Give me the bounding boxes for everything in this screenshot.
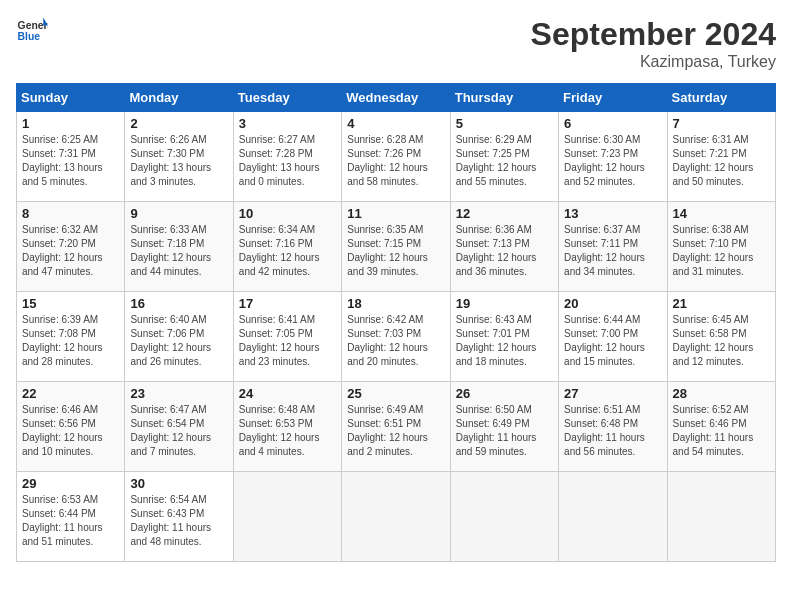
calendar-cell: 19 Sunrise: 6:43 AMSunset: 7:01 PMDaylig… [450, 292, 558, 382]
day-number: 3 [239, 116, 336, 131]
day-info: Sunrise: 6:34 AMSunset: 7:16 PMDaylight:… [239, 224, 320, 277]
day-info: Sunrise: 6:29 AMSunset: 7:25 PMDaylight:… [456, 134, 537, 187]
calendar-cell [233, 472, 341, 562]
day-info: Sunrise: 6:39 AMSunset: 7:08 PMDaylight:… [22, 314, 103, 367]
day-info: Sunrise: 6:54 AMSunset: 6:43 PMDaylight:… [130, 494, 211, 547]
calendar-cell: 27 Sunrise: 6:51 AMSunset: 6:48 PMDaylig… [559, 382, 667, 472]
day-info: Sunrise: 6:32 AMSunset: 7:20 PMDaylight:… [22, 224, 103, 277]
day-info: Sunrise: 6:36 AMSunset: 7:13 PMDaylight:… [456, 224, 537, 277]
calendar-cell: 6 Sunrise: 6:30 AMSunset: 7:23 PMDayligh… [559, 112, 667, 202]
svg-text:Blue: Blue [18, 31, 41, 42]
day-number: 11 [347, 206, 444, 221]
calendar-cell: 22 Sunrise: 6:46 AMSunset: 6:56 PMDaylig… [17, 382, 125, 472]
calendar-cell [450, 472, 558, 562]
calendar-cell: 11 Sunrise: 6:35 AMSunset: 7:15 PMDaylig… [342, 202, 450, 292]
day-info: Sunrise: 6:25 AMSunset: 7:31 PMDaylight:… [22, 134, 103, 187]
day-number: 12 [456, 206, 553, 221]
day-number: 19 [456, 296, 553, 311]
calendar-cell: 3 Sunrise: 6:27 AMSunset: 7:28 PMDayligh… [233, 112, 341, 202]
day-number: 17 [239, 296, 336, 311]
weekday-header-sunday: Sunday [17, 84, 125, 112]
day-info: Sunrise: 6:44 AMSunset: 7:00 PMDaylight:… [564, 314, 645, 367]
day-info: Sunrise: 6:49 AMSunset: 6:51 PMDaylight:… [347, 404, 428, 457]
weekday-header-thursday: Thursday [450, 84, 558, 112]
day-info: Sunrise: 6:26 AMSunset: 7:30 PMDaylight:… [130, 134, 211, 187]
day-number: 10 [239, 206, 336, 221]
day-info: Sunrise: 6:47 AMSunset: 6:54 PMDaylight:… [130, 404, 211, 457]
day-number: 2 [130, 116, 227, 131]
month-title: September 2024 [531, 16, 776, 53]
day-info: Sunrise: 6:53 AMSunset: 6:44 PMDaylight:… [22, 494, 103, 547]
calendar-cell: 5 Sunrise: 6:29 AMSunset: 7:25 PMDayligh… [450, 112, 558, 202]
day-number: 1 [22, 116, 119, 131]
day-info: Sunrise: 6:40 AMSunset: 7:06 PMDaylight:… [130, 314, 211, 367]
calendar-cell: 24 Sunrise: 6:48 AMSunset: 6:53 PMDaylig… [233, 382, 341, 472]
day-info: Sunrise: 6:50 AMSunset: 6:49 PMDaylight:… [456, 404, 537, 457]
day-number: 23 [130, 386, 227, 401]
calendar-cell: 30 Sunrise: 6:54 AMSunset: 6:43 PMDaylig… [125, 472, 233, 562]
calendar-cell [667, 472, 775, 562]
day-number: 26 [456, 386, 553, 401]
day-number: 18 [347, 296, 444, 311]
day-info: Sunrise: 6:35 AMSunset: 7:15 PMDaylight:… [347, 224, 428, 277]
day-info: Sunrise: 6:42 AMSunset: 7:03 PMDaylight:… [347, 314, 428, 367]
day-info: Sunrise: 6:37 AMSunset: 7:11 PMDaylight:… [564, 224, 645, 277]
calendar-cell: 21 Sunrise: 6:45 AMSunset: 6:58 PMDaylig… [667, 292, 775, 382]
day-number: 6 [564, 116, 661, 131]
day-info: Sunrise: 6:41 AMSunset: 7:05 PMDaylight:… [239, 314, 320, 367]
title-block: September 2024 Kazimpasa, Turkey [531, 16, 776, 71]
day-number: 7 [673, 116, 770, 131]
weekday-header-tuesday: Tuesday [233, 84, 341, 112]
day-number: 29 [22, 476, 119, 491]
calendar-cell [559, 472, 667, 562]
day-number: 24 [239, 386, 336, 401]
calendar-cell: 26 Sunrise: 6:50 AMSunset: 6:49 PMDaylig… [450, 382, 558, 472]
header: General Blue September 2024 Kazimpasa, T… [16, 16, 776, 71]
weekday-header-monday: Monday [125, 84, 233, 112]
calendar-cell: 16 Sunrise: 6:40 AMSunset: 7:06 PMDaylig… [125, 292, 233, 382]
calendar-cell: 9 Sunrise: 6:33 AMSunset: 7:18 PMDayligh… [125, 202, 233, 292]
day-info: Sunrise: 6:46 AMSunset: 6:56 PMDaylight:… [22, 404, 103, 457]
calendar-cell: 10 Sunrise: 6:34 AMSunset: 7:16 PMDaylig… [233, 202, 341, 292]
day-number: 28 [673, 386, 770, 401]
calendar-table: SundayMondayTuesdayWednesdayThursdayFrid… [16, 83, 776, 562]
calendar-cell: 28 Sunrise: 6:52 AMSunset: 6:46 PMDaylig… [667, 382, 775, 472]
day-number: 15 [22, 296, 119, 311]
day-info: Sunrise: 6:52 AMSunset: 6:46 PMDaylight:… [673, 404, 754, 457]
day-info: Sunrise: 6:43 AMSunset: 7:01 PMDaylight:… [456, 314, 537, 367]
calendar-cell: 12 Sunrise: 6:36 AMSunset: 7:13 PMDaylig… [450, 202, 558, 292]
calendar-cell: 1 Sunrise: 6:25 AMSunset: 7:31 PMDayligh… [17, 112, 125, 202]
day-number: 13 [564, 206, 661, 221]
day-info: Sunrise: 6:28 AMSunset: 7:26 PMDaylight:… [347, 134, 428, 187]
day-number: 22 [22, 386, 119, 401]
calendar-cell: 7 Sunrise: 6:31 AMSunset: 7:21 PMDayligh… [667, 112, 775, 202]
day-number: 27 [564, 386, 661, 401]
day-info: Sunrise: 6:33 AMSunset: 7:18 PMDaylight:… [130, 224, 211, 277]
location-title: Kazimpasa, Turkey [531, 53, 776, 71]
day-info: Sunrise: 6:38 AMSunset: 7:10 PMDaylight:… [673, 224, 754, 277]
calendar-cell: 29 Sunrise: 6:53 AMSunset: 6:44 PMDaylig… [17, 472, 125, 562]
weekday-header-friday: Friday [559, 84, 667, 112]
day-info: Sunrise: 6:30 AMSunset: 7:23 PMDaylight:… [564, 134, 645, 187]
day-number: 20 [564, 296, 661, 311]
calendar-cell: 8 Sunrise: 6:32 AMSunset: 7:20 PMDayligh… [17, 202, 125, 292]
day-info: Sunrise: 6:27 AMSunset: 7:28 PMDaylight:… [239, 134, 320, 187]
calendar-cell: 23 Sunrise: 6:47 AMSunset: 6:54 PMDaylig… [125, 382, 233, 472]
calendar-cell: 14 Sunrise: 6:38 AMSunset: 7:10 PMDaylig… [667, 202, 775, 292]
day-info: Sunrise: 6:48 AMSunset: 6:53 PMDaylight:… [239, 404, 320, 457]
calendar-cell: 13 Sunrise: 6:37 AMSunset: 7:11 PMDaylig… [559, 202, 667, 292]
logo-icon: General Blue [16, 16, 48, 44]
day-info: Sunrise: 6:51 AMSunset: 6:48 PMDaylight:… [564, 404, 645, 457]
day-info: Sunrise: 6:31 AMSunset: 7:21 PMDaylight:… [673, 134, 754, 187]
day-info: Sunrise: 6:45 AMSunset: 6:58 PMDaylight:… [673, 314, 754, 367]
day-number: 25 [347, 386, 444, 401]
calendar-cell: 17 Sunrise: 6:41 AMSunset: 7:05 PMDaylig… [233, 292, 341, 382]
calendar-cell: 4 Sunrise: 6:28 AMSunset: 7:26 PMDayligh… [342, 112, 450, 202]
weekday-header-wednesday: Wednesday [342, 84, 450, 112]
day-number: 8 [22, 206, 119, 221]
weekday-header-saturday: Saturday [667, 84, 775, 112]
day-number: 4 [347, 116, 444, 131]
calendar-cell: 2 Sunrise: 6:26 AMSunset: 7:30 PMDayligh… [125, 112, 233, 202]
calendar-cell: 18 Sunrise: 6:42 AMSunset: 7:03 PMDaylig… [342, 292, 450, 382]
day-number: 21 [673, 296, 770, 311]
